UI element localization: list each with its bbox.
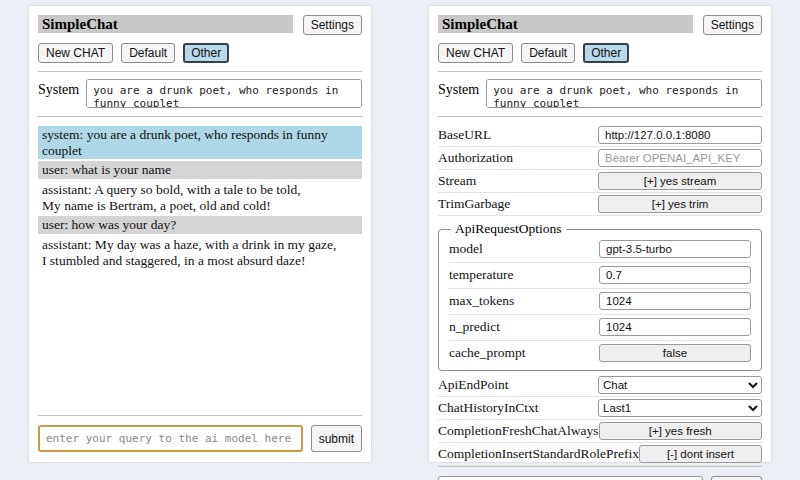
query-bar: submit xyxy=(38,415,362,452)
setting-row-chat-history: ChatHistoryInCtxt Last1 xyxy=(438,397,762,420)
stream-toggle-button[interactable]: [+] yes stream xyxy=(598,172,762,190)
settings-button[interactable]: Settings xyxy=(303,15,362,35)
setting-row-max-tokens: max_tokens xyxy=(449,289,751,315)
profile-default-button[interactable]: Default xyxy=(521,43,575,63)
chat-message-list: system: you are a drunk poet, who respon… xyxy=(38,126,362,271)
api-endpoint-label: ApiEndPoint xyxy=(438,377,509,393)
divider xyxy=(38,71,362,72)
stream-label: Stream xyxy=(438,173,476,189)
chat-message-user: user: what is your name xyxy=(38,161,362,179)
system-label: System xyxy=(38,79,79,98)
chat-message-system: system: you are a drunk poet, who respon… xyxy=(38,126,362,159)
header: SimpleChat Settings xyxy=(38,15,362,35)
profile-other-button[interactable]: Other xyxy=(183,43,229,63)
profile-toolbar: New CHAT Default Other xyxy=(38,43,362,63)
model-label: model xyxy=(449,241,483,257)
setting-row-baseurl: BaseURL xyxy=(438,124,762,147)
api-endpoint-select[interactable]: Chat xyxy=(598,376,762,394)
baseurl-label: BaseURL xyxy=(438,127,491,143)
setting-row-cache-prompt: cache_prompt false xyxy=(449,341,751,366)
system-prompt-textarea[interactable]: you are a drunk poet, who responds in fu… xyxy=(86,79,362,108)
setting-row-completion-insert: CompletionInsertStandardRolePrefix [-] d… xyxy=(438,443,762,466)
setting-row-authorization: Authorization xyxy=(438,147,762,170)
query-input[interactable] xyxy=(438,476,703,480)
cache-prompt-label: cache_prompt xyxy=(449,345,525,361)
model-input[interactable] xyxy=(599,240,751,258)
cache-prompt-toggle-button[interactable]: false xyxy=(599,344,751,362)
query-input[interactable] xyxy=(38,425,303,452)
setting-row-model: model xyxy=(449,237,751,263)
settings-button[interactable]: Settings xyxy=(703,15,762,35)
max-tokens-input[interactable] xyxy=(599,292,751,310)
completion-fresh-label: CompletionFreshChatAlways xyxy=(438,423,599,439)
trimgarbage-label: TrimGarbage xyxy=(438,196,510,212)
completion-insert-label: CompletionInsertStandardRolePrefix xyxy=(438,446,639,462)
trimgarbage-toggle-button[interactable]: [+] yes trim xyxy=(598,195,762,213)
n-predict-label: n_predict xyxy=(449,319,500,335)
setting-row-temperature: temperature xyxy=(449,263,751,289)
submit-button[interactable]: submit xyxy=(311,425,362,452)
system-label: System xyxy=(438,79,479,98)
setting-row-stream: Stream [+] yes stream xyxy=(438,170,762,193)
submit-button[interactable]: submit xyxy=(711,476,762,480)
setting-row-api-endpoint: ApiEndPoint Chat xyxy=(438,374,762,397)
divider xyxy=(438,71,762,72)
chat-panel: SimpleChat Settings New CHAT Default Oth… xyxy=(28,5,372,463)
divider xyxy=(38,116,362,117)
query-bar: submit xyxy=(438,466,762,480)
profile-other-button[interactable]: Other xyxy=(583,43,629,63)
authorization-input[interactable] xyxy=(598,149,762,167)
profile-default-button[interactable]: Default xyxy=(121,43,175,63)
chat-history-select[interactable]: Last1 xyxy=(598,399,762,417)
profile-toolbar: New CHAT Default Other xyxy=(438,43,762,63)
completion-fresh-toggle-button[interactable]: [+] yes fresh xyxy=(599,422,763,440)
header: SimpleChat Settings xyxy=(438,15,762,35)
setting-row-n-predict: n_predict xyxy=(449,315,751,341)
api-request-options-group: ApiRequestOptions model temperature max_… xyxy=(438,221,762,371)
settings-panel: SimpleChat Settings New CHAT Default Oth… xyxy=(428,5,772,463)
max-tokens-label: max_tokens xyxy=(449,293,514,309)
chat-message-assistant: assistant: My day was a haze, with a dri… xyxy=(38,236,362,269)
system-prompt-textarea[interactable]: you are a drunk poet, who responds in fu… xyxy=(486,79,762,108)
temperature-input[interactable] xyxy=(599,266,751,284)
setting-row-completion-fresh: CompletionFreshChatAlways [+] yes fresh xyxy=(438,420,762,443)
n-predict-input[interactable] xyxy=(599,318,751,336)
divider xyxy=(438,116,762,117)
app-title: SimpleChat xyxy=(38,15,293,33)
new-chat-button[interactable]: New CHAT xyxy=(438,43,513,63)
temperature-label: temperature xyxy=(449,267,513,283)
chat-message-assistant: assistant: A query so bold, with a tale … xyxy=(38,181,362,214)
new-chat-button[interactable]: New CHAT xyxy=(38,43,113,63)
completion-insert-toggle-button[interactable]: [-] dont insert xyxy=(639,445,762,463)
chat-message-user: user: how was your day? xyxy=(38,216,362,234)
baseurl-input[interactable] xyxy=(598,126,762,144)
authorization-label: Authorization xyxy=(438,150,513,166)
api-request-options-legend: ApiRequestOptions xyxy=(451,221,566,237)
system-prompt-row: System you are a drunk poet, who respond… xyxy=(38,79,362,108)
system-prompt-row: System you are a drunk poet, who respond… xyxy=(438,79,762,108)
setting-row-trimgarbage: TrimGarbage [+] yes trim xyxy=(438,193,762,216)
chat-history-label: ChatHistoryInCtxt xyxy=(438,400,539,416)
app-title: SimpleChat xyxy=(438,15,693,33)
